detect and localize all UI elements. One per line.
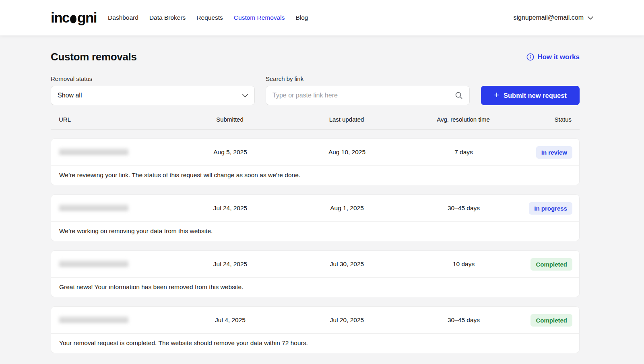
status-badge: Completed [530, 258, 572, 271]
column-header-submitted: Submitted [171, 116, 288, 123]
status-badge: In progress [529, 202, 572, 215]
status-badge: Completed [530, 314, 572, 327]
request-status-message: Your removal request is completed. The w… [51, 334, 579, 353]
column-header-status: Status [522, 116, 580, 123]
last-updated-date: Jul 20, 2025 [289, 316, 405, 324]
status-badge: In review [536, 146, 572, 159]
top-navigation-bar: incgni Dashboard Data Brokers Requests C… [0, 0, 644, 35]
search-by-link-label: Search by link [266, 75, 470, 82]
removal-status-select[interactable]: Show all [51, 86, 255, 105]
nav-item-blog[interactable]: Blog [295, 14, 308, 21]
request-data-row: Aug 5, 2025 Aug 10, 2025 7 days In revie… [51, 139, 579, 166]
info-icon [526, 53, 534, 61]
requests-list: Aug 5, 2025 Aug 10, 2025 7 days In revie… [51, 139, 580, 353]
plus-icon: + [494, 91, 499, 99]
avg-resolution-time: 10 days [405, 261, 522, 268]
request-status-message: We’re reviewing your link. The status of… [51, 166, 579, 185]
submitted-date: Jul 4, 2025 [172, 316, 289, 324]
column-header-avg-resolution: Avg. resolution time [405, 116, 522, 123]
nav-item-dashboard[interactable]: Dashboard [108, 14, 138, 21]
search-link-input[interactable] [272, 92, 455, 99]
account-email: signupemail@email.com [513, 14, 584, 21]
account-menu[interactable]: signupemail@email.com [513, 14, 593, 21]
last-updated-date: Aug 1, 2025 [289, 205, 405, 212]
redacted-url-link[interactable] [59, 205, 128, 211]
request-card: Aug 5, 2025 Aug 10, 2025 7 days In revie… [51, 139, 580, 185]
nav-item-data-brokers[interactable]: Data Brokers [149, 14, 186, 21]
page-title: Custom removals [51, 51, 137, 63]
logo-text-suffix: gni [77, 10, 97, 26]
column-header-last-updated: Last updated [288, 116, 405, 123]
nav-item-custom-removals[interactable]: Custom Removals [234, 14, 285, 21]
search-icon [455, 91, 463, 99]
request-card: Jul 4, 2025 Jul 20, 2025 30–45 days Comp… [51, 306, 580, 353]
chevron-down-icon [588, 16, 593, 20]
logo-o-dot-icon [70, 15, 76, 23]
redacted-url-link[interactable] [59, 316, 128, 323]
request-status-message: We’re working on removing your data from… [51, 222, 579, 241]
submit-button-label: Submit new request [504, 92, 567, 99]
main-nav: Dashboard Data Brokers Requests Custom R… [108, 14, 308, 21]
avg-resolution-time: 30–45 days [405, 316, 522, 324]
submitted-date: Aug 5, 2025 [172, 149, 289, 156]
how-it-works-link[interactable]: How it works [526, 53, 580, 61]
redacted-url-link[interactable] [59, 261, 128, 267]
nav-item-requests[interactable]: Requests [196, 14, 223, 21]
request-card: Jul 24, 2025 Aug 1, 2025 30–45 days In p… [51, 194, 580, 241]
removal-status-value: Show all [58, 92, 242, 99]
removal-status-label: Removal status [51, 75, 255, 82]
how-it-works-label: How it works [537, 53, 580, 61]
last-updated-date: Aug 10, 2025 [289, 149, 405, 156]
last-updated-date: Jul 30, 2025 [289, 261, 405, 268]
submit-new-request-button[interactable]: + Submit new request [481, 86, 580, 105]
submitted-date: Jul 24, 2025 [172, 205, 289, 212]
table-header-row: URL Submitted Last updated Avg. resoluti… [51, 116, 580, 130]
request-status-message: Great news! Your information has been re… [51, 278, 579, 297]
request-data-row: Jul 24, 2025 Aug 1, 2025 30–45 days In p… [51, 195, 579, 222]
redacted-url-link[interactable] [59, 149, 128, 155]
request-data-row: Jul 4, 2025 Jul 20, 2025 30–45 days Comp… [51, 307, 579, 334]
search-field-wrapper [266, 86, 470, 105]
logo-text-prefix: inc [51, 10, 69, 26]
column-header-url: URL [51, 116, 171, 123]
incogni-logo[interactable]: incgni [51, 10, 97, 26]
request-data-row: Jul 24, 2025 Jul 30, 2025 10 days Comple… [51, 251, 579, 278]
chevron-down-icon [242, 94, 248, 97]
request-card: Jul 24, 2025 Jul 30, 2025 10 days Comple… [51, 250, 580, 297]
avg-resolution-time: 30–45 days [405, 205, 522, 212]
avg-resolution-time: 7 days [405, 149, 522, 156]
custom-removals-page: Custom removals How it works Removal sta… [51, 51, 580, 353]
submitted-date: Jul 24, 2025 [172, 261, 289, 268]
